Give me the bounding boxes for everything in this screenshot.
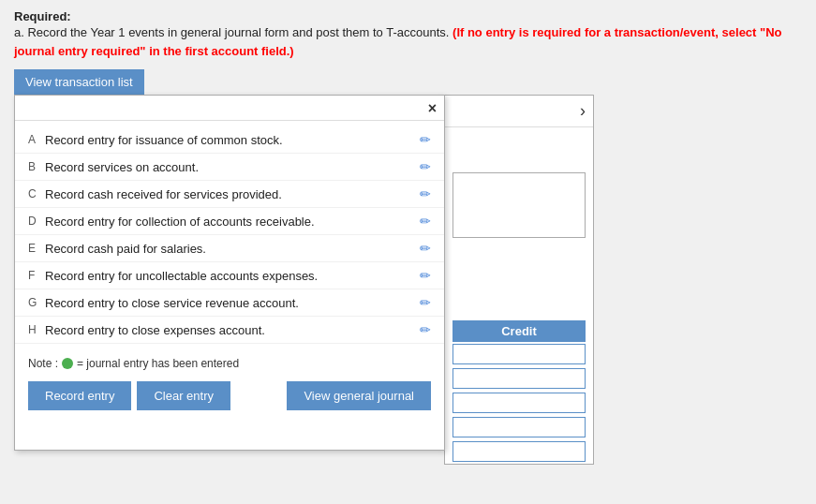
- main-area: × A Record entry for issuance of common …: [14, 95, 802, 465]
- list-item: D Record entry for collection of account…: [15, 208, 444, 235]
- list-item: A Record entry for issuance of common st…: [15, 126, 444, 154]
- entry-text-d: Record entry for collection of accounts …: [45, 215, 414, 229]
- edit-icon-f[interactable]: ✏: [420, 268, 431, 283]
- required-label: Required:: [14, 9, 802, 23]
- right-panel-placeholder: [453, 172, 586, 238]
- edit-icon-c[interactable]: ✏: [420, 186, 431, 201]
- entry-text-a: Record entry for issuance of common stoc…: [45, 133, 414, 147]
- credit-section: Credit: [445, 320, 593, 464]
- credit-header: Credit: [453, 320, 586, 342]
- entry-text-e: Record cash paid for salaries.: [45, 242, 414, 256]
- note-row: Note : = journal entry has been entered: [15, 349, 444, 376]
- credit-input-2[interactable]: [453, 368, 586, 389]
- chevron-right-icon[interactable]: ›: [580, 101, 586, 121]
- list-item: G Record entry to close service revenue …: [15, 289, 444, 317]
- close-button[interactable]: ×: [428, 101, 437, 116]
- edit-icon-e[interactable]: ✏: [420, 241, 431, 256]
- entry-text-g: Record entry to close service revenue ac…: [45, 296, 414, 310]
- credit-input-1[interactable]: [453, 344, 586, 364]
- entry-letter-g: G: [28, 296, 45, 309]
- record-entry-button[interactable]: Record entry: [28, 381, 131, 410]
- green-dot-icon: [62, 358, 73, 369]
- edit-icon-h[interactable]: ✏: [420, 322, 431, 337]
- entry-list: A Record entry for issuance of common st…: [15, 121, 444, 349]
- edit-icon-b[interactable]: ✏: [420, 159, 431, 174]
- entry-text-f: Record entry for uncollectable accounts …: [45, 269, 414, 283]
- list-item: E Record cash paid for salaries. ✏: [15, 235, 444, 262]
- entry-letter-b: B: [28, 160, 45, 173]
- edit-icon-g[interactable]: ✏: [420, 295, 431, 310]
- list-item: C Record cash received for services prov…: [15, 181, 444, 208]
- entry-letter-a: A: [28, 133, 45, 146]
- list-item: F Record entry for uncollectable account…: [15, 262, 444, 289]
- clear-entry-button[interactable]: Clear entry: [137, 381, 230, 410]
- entry-letter-f: F: [28, 269, 45, 282]
- entry-letter-c: C: [28, 187, 45, 200]
- instruction-text: a. Record the Year 1 events in general j…: [14, 23, 802, 60]
- note-prefix: Note :: [28, 357, 58, 370]
- credit-input-3[interactable]: [453, 393, 586, 413]
- list-item: B Record services on account. ✏: [15, 154, 444, 181]
- credit-input-5[interactable]: [453, 441, 586, 462]
- instruction-part1: a. Record the Year 1 events in general j…: [14, 25, 449, 39]
- edit-icon-a[interactable]: ✏: [420, 132, 431, 147]
- view-general-journal-button[interactable]: View general journal: [287, 381, 431, 410]
- view-transaction-button[interactable]: View transaction list: [14, 69, 144, 95]
- entry-text-h: Record entry to close expenses account.: [45, 323, 414, 337]
- entry-letter-d: D: [28, 215, 45, 228]
- note-text: = journal entry has been entered: [77, 357, 239, 370]
- entry-text-c: Record cash received for services provid…: [45, 187, 414, 201]
- list-item: H Record entry to close expenses account…: [15, 317, 444, 344]
- edit-icon-d[interactable]: ✏: [420, 214, 431, 229]
- credit-input-4[interactable]: [453, 417, 586, 437]
- dropdown-header: ×: [15, 96, 444, 121]
- right-panel-top: ›: [445, 96, 593, 127]
- dropdown-panel: × A Record entry for issuance of common …: [14, 95, 445, 451]
- required-section: Required: a. Record the Year 1 events in…: [14, 9, 802, 60]
- right-panel: › Credit: [444, 95, 594, 465]
- bottom-buttons: Record entry Clear entry View general jo…: [15, 376, 444, 410]
- entry-text-b: Record services on account.: [45, 160, 414, 174]
- entry-letter-h: H: [28, 323, 45, 336]
- entry-letter-e: E: [28, 242, 45, 255]
